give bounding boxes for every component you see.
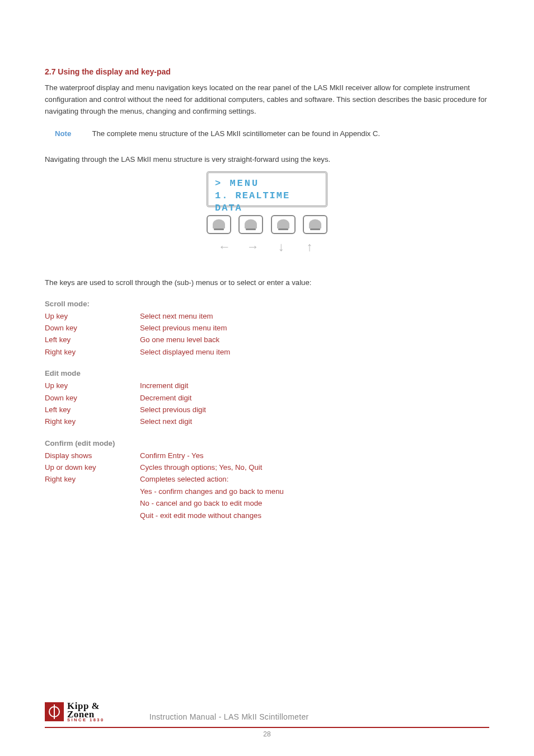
row-val: Go one menu level back bbox=[140, 334, 219, 346]
page-number: 28 bbox=[45, 730, 489, 738]
key-button-right[interactable] bbox=[238, 215, 263, 234]
footer-doc-title: Instruction Manual - LAS MkII Scintillom… bbox=[149, 712, 309, 722]
keypad bbox=[207, 215, 327, 234]
row-key: Up or down key bbox=[45, 461, 140, 473]
row-key: Display shows bbox=[45, 450, 140, 461]
row-val: Select previous menu item bbox=[140, 322, 227, 334]
edit-mode-block: Edit mode Up keyIncrement digit Down key… bbox=[45, 369, 489, 428]
arrow-labels: ← → ↓ ↑ bbox=[207, 240, 327, 254]
keys-intro: The keys are used to scroll through the … bbox=[45, 277, 489, 288]
row-key: Right key bbox=[45, 346, 140, 358]
key-button-left[interactable] bbox=[207, 215, 231, 234]
row-val: Select next digit bbox=[140, 416, 192, 427]
table-row: Up keySelect next menu item bbox=[45, 310, 489, 322]
brand-logo: Kipp & Zonen SINCE 1830 bbox=[45, 702, 105, 722]
key-button-down[interactable] bbox=[271, 215, 296, 234]
table-row: No - cancel and go back to edit mode bbox=[45, 497, 489, 509]
row-val: Quit - exit edit mode without changes bbox=[140, 510, 261, 521]
row-val: Select displayed menu item bbox=[140, 346, 230, 358]
nav-paragraph: Navigating through the LAS MkII menu str… bbox=[45, 153, 489, 165]
table-row: Display showsConfirm Entry - Yes bbox=[45, 450, 489, 461]
row-val: Yes - confirm changes and go back to men… bbox=[140, 486, 284, 497]
display-figure: > MENU 1. REALTIME DATA ← → ↓ ↑ bbox=[207, 171, 327, 254]
note-text: The complete menu structure of the LAS M… bbox=[92, 129, 380, 138]
table-row: Left keyGo one menu level back bbox=[45, 334, 489, 346]
row-val: Cycles through options; Yes, No, Quit bbox=[140, 461, 262, 473]
row-key: Up key bbox=[45, 310, 140, 322]
table-row: Down keySelect previous menu item bbox=[45, 322, 489, 334]
row-key: Down key bbox=[45, 392, 140, 404]
logo-mark-icon bbox=[45, 702, 64, 721]
row-val: Decrement digit bbox=[140, 392, 191, 404]
note-block: Note The complete menu structure of the … bbox=[55, 129, 489, 138]
table-row: Right keySelect displayed menu item bbox=[45, 346, 489, 358]
arrow-down-icon: ↓ bbox=[269, 240, 293, 254]
row-val: No - cancel and go back to edit mode bbox=[140, 497, 262, 509]
table-row: Up keyIncrement digit bbox=[45, 380, 489, 391]
lcd-line-1: > MENU bbox=[215, 178, 319, 190]
row-val: Increment digit bbox=[140, 380, 189, 391]
table-row: Up or down keyCycles through options; Ye… bbox=[45, 461, 489, 473]
footer-divider bbox=[45, 727, 489, 728]
row-key: Down key bbox=[45, 322, 140, 334]
scroll-mode-block: Scroll mode: Up keySelect next menu item… bbox=[45, 300, 489, 358]
arrow-up-icon: ↑ bbox=[297, 240, 322, 254]
table-row: Quit - exit edit mode without changes bbox=[45, 510, 489, 521]
confirm-mode-heading: Confirm (edit mode) bbox=[45, 439, 489, 447]
row-key: Right key bbox=[45, 416, 140, 427]
key-button-up[interactable] bbox=[303, 215, 327, 234]
lcd-screen: > MENU 1. REALTIME DATA bbox=[207, 171, 327, 207]
row-key bbox=[45, 497, 140, 509]
row-key: Right key bbox=[45, 473, 140, 485]
arrow-left-icon: ← bbox=[212, 240, 237, 254]
row-val: Select previous digit bbox=[140, 404, 206, 416]
logo-since: SINCE 1830 bbox=[67, 718, 105, 722]
intro-paragraph: The waterproof display and menu navigati… bbox=[45, 82, 489, 117]
edit-mode-heading: Edit mode bbox=[45, 369, 489, 377]
row-key bbox=[45, 510, 140, 521]
arrow-right-icon: → bbox=[241, 240, 265, 254]
row-key: Left key bbox=[45, 404, 140, 416]
row-val: Select next menu item bbox=[140, 310, 213, 322]
row-key: Up key bbox=[45, 380, 140, 391]
page-footer: Kipp & Zonen SINCE 1830 Instruction Manu… bbox=[45, 702, 489, 738]
lcd-line-2: 1. REALTIME DATA bbox=[215, 190, 319, 214]
row-key: Left key bbox=[45, 334, 140, 346]
row-key bbox=[45, 486, 140, 497]
section-heading: 2.7 Using the display and key-pad bbox=[45, 67, 489, 76]
table-row: Right keyCompletes selected action: bbox=[45, 473, 489, 485]
row-val: Confirm Entry - Yes bbox=[140, 450, 204, 461]
confirm-mode-block: Confirm (edit mode) Display showsConfirm… bbox=[45, 439, 489, 521]
table-row: Left keySelect previous digit bbox=[45, 404, 489, 416]
row-val: Completes selected action: bbox=[140, 473, 228, 485]
table-row: Yes - confirm changes and go back to men… bbox=[45, 486, 489, 497]
table-row: Right keySelect next digit bbox=[45, 416, 489, 427]
table-row: Down keyDecrement digit bbox=[45, 392, 489, 404]
scroll-mode-heading: Scroll mode: bbox=[45, 300, 489, 308]
note-label: Note bbox=[55, 129, 80, 138]
